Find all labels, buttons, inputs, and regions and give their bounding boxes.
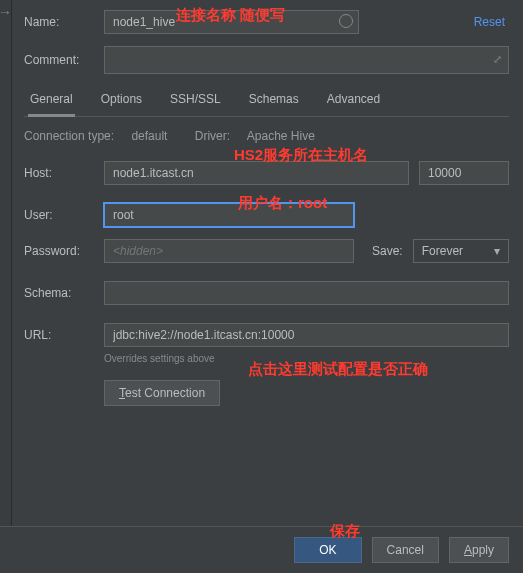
name-input[interactable]: [104, 10, 359, 34]
port-input[interactable]: [419, 161, 509, 185]
color-ring-icon[interactable]: [339, 14, 353, 28]
host-label: Host:: [24, 166, 94, 180]
tab-advanced[interactable]: Advanced: [325, 86, 382, 116]
save-label: Save:: [372, 244, 403, 258]
tab-schemas[interactable]: Schemas: [247, 86, 301, 116]
password-input[interactable]: [104, 239, 354, 263]
comment-label: Comment:: [24, 53, 94, 67]
save-select[interactable]: Forever: [413, 239, 509, 263]
password-label: Password:: [24, 244, 94, 258]
apply-button[interactable]: Apply: [449, 537, 509, 563]
test-connection-button[interactable]: Test Connection: [104, 380, 220, 406]
comment-input[interactable]: ⤢: [104, 46, 509, 74]
user-input[interactable]: [104, 203, 354, 227]
connection-type-value[interactable]: default: [131, 129, 167, 143]
tabs: General Options SSH/SSL Schemas Advanced: [24, 86, 509, 117]
url-hint: Overrides settings above: [104, 353, 509, 364]
tab-options[interactable]: Options: [99, 86, 144, 116]
url-label: URL:: [24, 328, 94, 342]
user-label: User:: [24, 208, 94, 222]
schema-input[interactable]: [104, 281, 509, 305]
collapse-arrow-icon[interactable]: →: [0, 4, 12, 20]
ok-button[interactable]: OK: [294, 537, 361, 563]
cancel-button[interactable]: Cancel: [372, 537, 439, 563]
host-input[interactable]: [104, 161, 409, 185]
schema-label: Schema:: [24, 286, 94, 300]
tab-general[interactable]: General: [28, 86, 75, 117]
url-input[interactable]: [104, 323, 509, 347]
name-label: Name:: [24, 15, 94, 29]
driver-label: Driver:: [195, 129, 230, 143]
tab-ssh-ssl[interactable]: SSH/SSL: [168, 86, 223, 116]
reset-link[interactable]: Reset: [474, 15, 509, 29]
expand-icon[interactable]: ⤢: [493, 53, 502, 66]
connection-type-label: Connection type:: [24, 129, 114, 143]
driver-value[interactable]: Apache Hive: [247, 129, 315, 143]
